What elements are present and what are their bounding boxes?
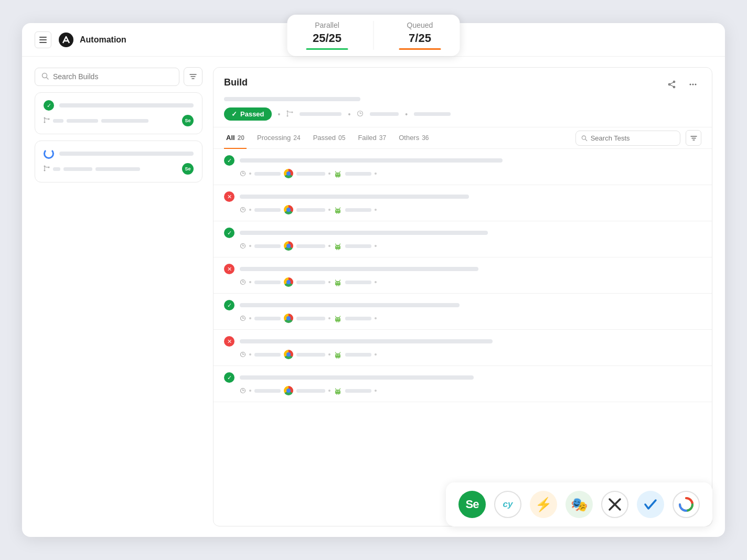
- meta-dot-build: •: [278, 110, 281, 119]
- svg-point-54: [338, 210, 339, 211]
- svg-rect-86: [338, 358, 339, 359]
- passed-badge: ✓ Passed: [224, 107, 272, 121]
- svg-rect-49: [337, 213, 338, 214]
- svg-line-21: [670, 85, 674, 87]
- test-item-6[interactable]: ✕: [214, 330, 712, 366]
- queued-label: Queued: [407, 21, 433, 29]
- test-meta-line-5a: [254, 317, 281, 320]
- test-status-pass-7: ✓: [224, 372, 234, 383]
- svg-rect-59: [338, 249, 339, 251]
- test-item-3[interactable]: ✓: [214, 221, 712, 257]
- svg-line-42: [336, 171, 337, 173]
- test-meta-dot-7c: [375, 390, 377, 392]
- status-pass-icon-1: ✓: [44, 100, 54, 111]
- test-meta-line-1b: [296, 172, 325, 176]
- parallel-section: Parallel 25/25: [306, 21, 348, 50]
- svg-point-71: [336, 282, 337, 283]
- svg-line-70: [339, 280, 340, 282]
- check-framework-icon[interactable]: [637, 491, 664, 518]
- test-item-7[interactable]: ✓: [214, 366, 712, 402]
- bolt-icon[interactable]: ⚡: [530, 491, 557, 518]
- android-icon-2: [334, 206, 342, 214]
- test-meta-line-6b: [296, 353, 325, 357]
- tab-failed[interactable]: Failed 37: [356, 127, 388, 149]
- test-meta-line-5c: [345, 317, 371, 320]
- test-meta-dot-5a: [249, 317, 251, 319]
- test-meta-dot-4c: [375, 281, 377, 283]
- test-item-5[interactable]: ✓: [214, 294, 712, 330]
- chrome-icon-5: [284, 314, 293, 323]
- test-item-4[interactable]: ✕: [214, 257, 712, 294]
- test-meta-line-4b: [296, 281, 325, 284]
- more-options-button[interactable]: [685, 76, 701, 93]
- build-card-2[interactable]: Se: [35, 141, 202, 182]
- share-button[interactable]: [664, 76, 680, 93]
- tests-filter-button[interactable]: [686, 130, 701, 146]
- test-meta-line-1a: [254, 172, 281, 176]
- menu-button[interactable]: [35, 31, 51, 48]
- test-item-2[interactable]: ✕: [214, 185, 712, 221]
- filter-button[interactable]: [184, 67, 202, 86]
- test-meta-dot-7b: [328, 390, 330, 392]
- svg-line-88: [339, 352, 340, 354]
- test-meta-line-2c: [345, 208, 371, 212]
- tests-search-input[interactable]: [591, 134, 675, 142]
- svg-point-22: [690, 84, 691, 85]
- svg-point-3: [59, 33, 73, 47]
- chrome-icon-2: [284, 205, 293, 214]
- test-meta-dot-5c: [375, 317, 377, 319]
- clock-icon-1: [240, 170, 246, 177]
- selenium-icon[interactable]: Se: [458, 491, 486, 518]
- svg-point-24: [695, 84, 697, 85]
- test-meta-line-7b: [296, 389, 325, 393]
- tests-search-bar[interactable]: [575, 131, 680, 146]
- tab-processing[interactable]: Processing 24: [255, 127, 303, 149]
- app-container: Parallel 25/25 Queued 7/25 Au: [22, 23, 725, 537]
- svg-rect-1: [39, 39, 47, 40]
- tab-all-label: All: [226, 134, 235, 142]
- test-name-5: [240, 303, 460, 307]
- search-bar[interactable]: [35, 68, 179, 86]
- test-name-3: [240, 231, 488, 235]
- tab-others[interactable]: Others 36: [397, 127, 431, 149]
- test-name-2: [240, 195, 469, 199]
- test-name-6: [240, 339, 493, 343]
- svg-point-80: [336, 318, 337, 319]
- test-status-pass-3: ✓: [224, 228, 234, 238]
- meta-dot-build2: •: [348, 110, 350, 119]
- build-card-1[interactable]: ✓ Se: [35, 92, 202, 134]
- svg-point-98: [336, 391, 337, 392]
- parallel-queued-badge: Parallel 25/25 Queued 7/25: [287, 15, 460, 56]
- test-status-fail-4: ✕: [224, 264, 234, 274]
- test-meta-line-4c: [345, 281, 371, 284]
- test-status-fail-6: ✕: [224, 336, 234, 347]
- meta-dot-build3: •: [405, 110, 408, 119]
- clock-icon-3: [240, 243, 246, 249]
- test-meta-dot-6a: [249, 353, 251, 356]
- search-input[interactable]: [53, 72, 173, 81]
- svg-line-33: [585, 139, 587, 141]
- svg-line-20: [670, 82, 674, 84]
- playwright-icon[interactable]: 🎭: [565, 491, 593, 518]
- svg-line-78: [336, 316, 337, 318]
- se-badge-1: Se: [182, 115, 194, 126]
- svg-rect-85: [337, 358, 338, 359]
- testcafe-icon[interactable]: [601, 491, 628, 518]
- test-meta-dot-2b: [328, 209, 330, 211]
- queued-bar: [399, 48, 441, 50]
- pq-divider: [374, 21, 374, 50]
- svg-point-14: [44, 170, 46, 171]
- tab-all[interactable]: All 20: [224, 127, 247, 149]
- svg-rect-76: [337, 321, 338, 323]
- tab-passed[interactable]: Passed 05: [311, 127, 348, 149]
- test-item-1[interactable]: ✓: [214, 149, 712, 185]
- cypress-icon[interactable]: cy: [494, 491, 521, 518]
- chrome-icon-7: [284, 386, 293, 395]
- chrome-icon-6: [284, 350, 293, 359]
- clock-icon-4: [240, 279, 246, 285]
- parallel-label: Parallel: [315, 21, 339, 29]
- tabs-row: All 20 Processing 24 Passed 05 Failed 37…: [214, 127, 712, 149]
- svg-point-53: [336, 210, 337, 211]
- tab-others-label: Others: [399, 134, 419, 142]
- edge-icon[interactable]: [673, 491, 700, 518]
